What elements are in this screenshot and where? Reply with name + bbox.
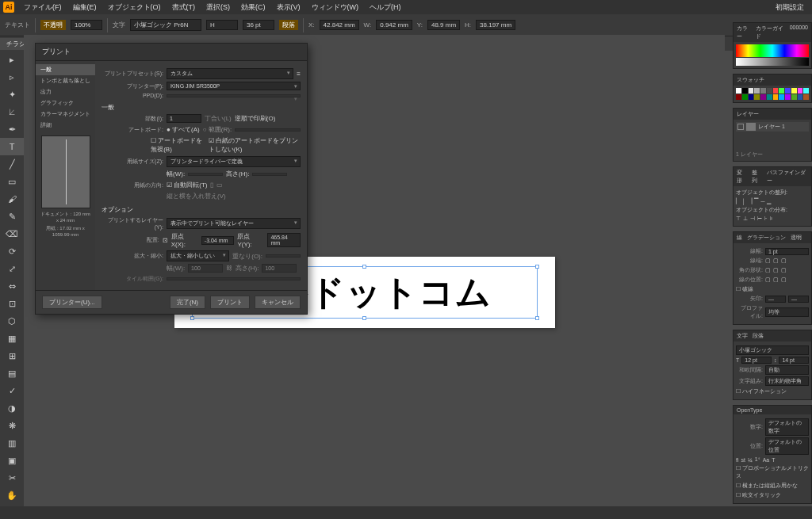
gray-ramp[interactable] [736,58,809,66]
align-right-icon[interactable]: ▕ [748,198,752,204]
swatch[interactable] [798,88,803,93]
cap-sq-icon[interactable]: ▢ [781,258,787,264]
pen-tool[interactable]: ✒ [0,120,24,138]
tracking-value[interactable]: 行末約物半角 [765,376,809,386]
align-left-icon[interactable]: ▏ [736,198,740,204]
align-top-icon[interactable]: ▔ [754,198,758,204]
size-select[interactable]: プリンタードライバーで定義 [167,156,301,167]
align-hcenter-icon[interactable]: │ [742,199,745,204]
ot-icon5[interactable]: Aa [763,457,770,463]
font-family[interactable]: 小塚ゴシック Pr6N [130,19,201,31]
swatch[interactable] [736,88,741,93]
pathfinder-tab[interactable]: パスファインダー [767,169,808,185]
eraser-tool[interactable]: ⌫ [0,225,24,242]
eyedropper-tool[interactable]: ✓ [0,382,24,399]
handle-bm[interactable] [362,316,366,320]
width-tool[interactable]: ⇔ [0,277,24,295]
swatch[interactable] [779,88,784,93]
mesh-tool[interactable]: ⊞ [0,347,24,364]
blend-tool[interactable]: ◑ [0,399,24,417]
swatch[interactable] [785,88,791,93]
swatch[interactable] [773,94,779,100]
magic-wand-tool[interactable]: ✦ [0,86,24,103]
swatch[interactable] [742,88,748,93]
gradient-tool[interactable]: ▤ [0,364,24,382]
anchor-icon[interactable]: ⊡ [163,237,168,244]
shape-builder-tool[interactable]: ⬡ [0,312,24,330]
arrow-end[interactable]: — [788,296,809,303]
menu-view[interactable]: 表示(V) [272,1,305,14]
dist-bot-icon[interactable]: ⊣ [750,216,755,222]
rotate-tool[interactable]: ⟳ [0,242,24,260]
ab-all-radio[interactable]: ● すべて(A) [167,125,200,134]
done-button[interactable]: 完了(N) [170,296,205,309]
menu-window[interactable]: ウィンドウ(W) [307,1,364,14]
color-spectrum[interactable] [736,44,809,57]
char-size[interactable]: 12 pt [741,357,772,364]
hand-tool[interactable]: ✋ [0,487,24,504]
paragraph-chip[interactable]: 段落 [279,20,298,30]
gradient-tab[interactable]: グラデーション [747,234,786,242]
cap-round-icon[interactable]: ▢ [773,258,779,264]
cancel-button[interactable]: キャンセル [255,296,301,309]
swatch[interactable] [760,94,766,100]
swatch[interactable] [760,88,766,93]
sal-center-icon[interactable]: ▢ [765,277,771,283]
swatch[interactable] [767,88,772,93]
dist-vc-icon[interactable]: ⊥ [743,216,748,222]
sidebar-marks[interactable]: トンボと裁ち落とし [36,75,95,86]
preset-select[interactable]: カスタム [167,68,293,79]
workspace-switcher[interactable]: 初期設定 [771,1,809,14]
ab-range-radio[interactable]: ○ 範囲(R): [203,125,232,134]
font-style[interactable]: H [206,20,238,30]
sidebar-graphics[interactable]: グラフィック [36,97,95,109]
swatches-tab[interactable]: スウォッチ [737,76,764,84]
handle-bl[interactable] [190,316,194,320]
h-value[interactable]: 38.197 mm [476,20,515,30]
dist-left-icon[interactable]: ⊢ [757,216,762,222]
join-bevel-icon[interactable]: ▢ [781,267,787,273]
char-tab[interactable]: 文字 [737,332,748,340]
menu-edit[interactable]: 編集(E) [68,1,102,14]
layer-name[interactable]: レイヤー 1 [758,123,785,131]
cap-butt-icon[interactable]: ▢ [765,258,771,264]
char-font[interactable]: 小塚ゴシック [736,345,809,355]
dist-top-icon[interactable]: ⊤ [736,216,741,222]
ab-skip-check[interactable]: ☑ 白紙のアートボードをプリントしない(K) [209,136,301,154]
swatch[interactable] [791,94,797,100]
w-value[interactable]: 0.942 mm [376,20,412,30]
char-leading[interactable]: 14 pt [779,357,809,364]
menu-select[interactable]: 選択(S) [201,1,235,14]
artboard-tool[interactable]: ▣ [0,452,24,469]
swatch[interactable] [742,94,748,100]
align-bottom-icon[interactable]: ▁ [767,198,771,204]
layers-tab[interactable]: レイヤー [737,110,759,118]
align-tab[interactable]: 整列 [752,169,762,185]
menu-file[interactable]: ファイル(F) [19,1,67,14]
opacity-chip[interactable]: 不透明 [40,20,66,30]
swatch[interactable] [803,88,809,93]
orient-portrait-icon[interactable]: ▯ [210,181,213,189]
swatch[interactable] [773,88,779,93]
slice-tool[interactable]: ✂ [0,469,24,487]
graph-tool[interactable]: ▥ [0,434,24,452]
x-value[interactable]: 42.842 mm [320,20,359,30]
font-size[interactable]: 36 pt [243,20,274,30]
handle-br[interactable] [535,316,539,320]
ot-opt2[interactable]: ☐ 横または縦組み用かな [736,482,798,490]
menu-object[interactable]: オブジェクト(O) [103,1,166,14]
sidebar-advanced[interactable]: 詳細 [36,120,95,131]
free-transform-tool[interactable]: ⊡ [0,295,24,312]
sal-in-icon[interactable]: ▢ [773,277,779,283]
layer-row[interactable]: レイヤー 1 [736,122,809,132]
copies-input[interactable]: 1 [167,114,201,123]
swatch[interactable] [803,94,809,100]
py-input[interactable]: 465.84 mm [267,233,301,247]
profile-select[interactable]: 均等 [765,307,809,317]
ot-icon2[interactable]: st [741,457,745,463]
sal-out-icon[interactable]: ▢ [781,277,787,283]
type-tool[interactable]: T [0,138,24,155]
sidebar-colormgmt[interactable]: カラーマネジメント [36,109,95,120]
swatch[interactable] [749,88,754,93]
menu-help[interactable]: ヘルプ(H) [365,1,406,14]
